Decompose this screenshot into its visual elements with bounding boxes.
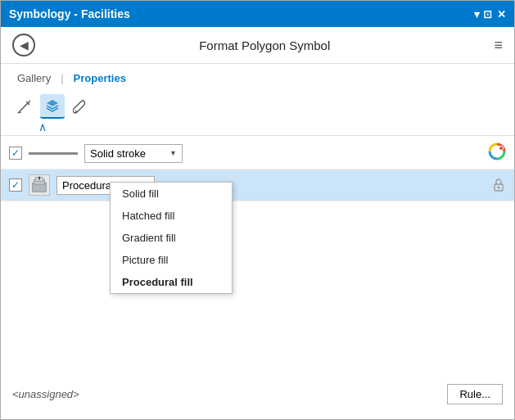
svg-rect-15 xyxy=(38,178,40,180)
pin-button[interactable]: ▾ ⊡ xyxy=(474,8,492,20)
tab-wrench[interactable] xyxy=(68,94,93,119)
format-polygon-title: Format Polygon Symbol xyxy=(199,38,330,52)
back-button[interactable]: ◀ xyxy=(12,34,35,56)
fill-row: Procedural fill ▼ xyxy=(1,169,514,201)
stroke-line-preview xyxy=(29,152,78,155)
stroke-type-dropdown[interactable]: Solid stroke ▼ xyxy=(84,144,183,163)
nav-bar: Gallery | Properties xyxy=(1,64,514,88)
title-bar: Symbology - Facilities ▾ ⊡ ✕ xyxy=(1,1,514,27)
chevron-row: ∧ xyxy=(1,119,514,133)
svg-line-0 xyxy=(20,103,28,111)
dropdown-item-picture-fill[interactable]: Picture fill xyxy=(111,249,232,271)
stroke-checkbox[interactable] xyxy=(9,147,22,160)
dropdown-item-hatched-fill[interactable]: Hatched fill xyxy=(111,205,232,227)
gallery-nav[interactable]: Gallery xyxy=(12,69,56,88)
dropdown-item-procedural-fill[interactable]: Procedural fill xyxy=(111,271,232,293)
bottom-row: <unassigned> Rule... xyxy=(1,377,514,411)
tabs-bar xyxy=(1,88,514,119)
close-button[interactable]: ✕ xyxy=(497,8,506,20)
svg-point-9 xyxy=(499,147,504,151)
svg-line-1 xyxy=(28,101,30,103)
svg-line-6 xyxy=(75,111,77,112)
svg-marker-5 xyxy=(47,100,58,106)
stroke-row: Solid stroke ▼ xyxy=(1,138,514,169)
back-arrow-icon: ◀ xyxy=(20,38,29,52)
svg-point-17 xyxy=(498,186,500,188)
fill-checkbox[interactable] xyxy=(9,178,22,192)
main-window: Symbology - Facilities ▾ ⊡ ✕ ◀ Format Po… xyxy=(0,0,515,420)
fill-layer-thumb xyxy=(29,174,50,196)
rows-container: Solid stroke ▼ xyxy=(1,138,514,201)
tab-layers[interactable] xyxy=(40,94,65,119)
title-bar-controls: ▾ ⊡ ✕ xyxy=(474,8,506,20)
stroke-type-label: Solid stroke xyxy=(90,147,146,160)
properties-nav[interactable]: Properties xyxy=(69,69,131,88)
lock-icon[interactable] xyxy=(491,177,506,194)
colorwheel-icon[interactable] xyxy=(488,142,506,164)
window-title: Symbology - Facilities xyxy=(9,7,130,20)
tab-pencil[interactable] xyxy=(12,94,37,119)
content-area: Solid stroke ▼ xyxy=(1,138,514,419)
divider xyxy=(1,135,514,136)
unassigned-label: <unassigned> xyxy=(12,388,79,400)
dropdown-item-solid-fill[interactable]: Solid fill xyxy=(111,183,232,205)
stroke-dropdown-arrow: ▼ xyxy=(169,149,177,157)
nav-divider: | xyxy=(56,72,68,84)
rule-button[interactable]: Rule... xyxy=(447,384,503,404)
dropdown-item-gradient-fill[interactable]: Gradient fill xyxy=(111,227,232,249)
menu-icon[interactable]: ≡ xyxy=(494,37,503,54)
header-bar: ◀ Format Polygon Symbol ≡ xyxy=(1,27,514,64)
chevron-indicator: ∧ xyxy=(38,120,47,133)
fill-type-dropdown-popup: Solid fill Hatched fill Gradient fill Pi… xyxy=(110,182,233,294)
